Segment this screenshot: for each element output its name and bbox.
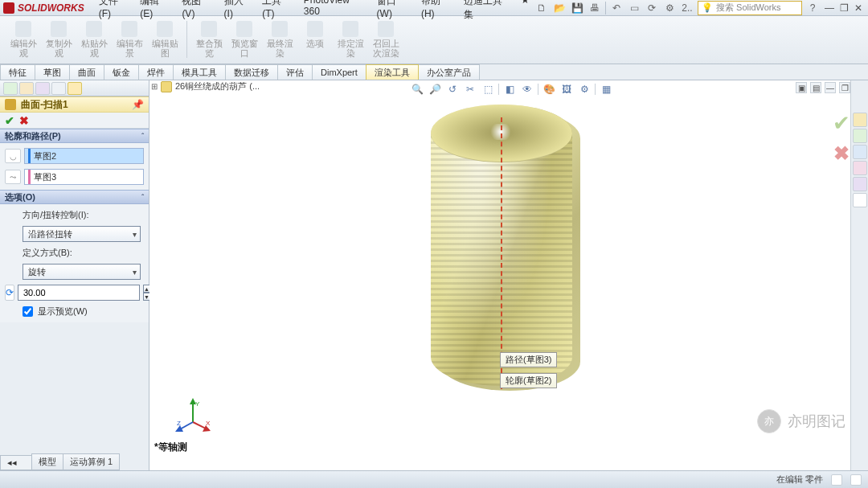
svg-text:X: X bbox=[206, 420, 211, 427]
taskpane-design-library-icon[interactable] bbox=[853, 129, 867, 143]
doc-restore-icon[interactable]: ❐ bbox=[839, 82, 850, 93]
final-render-icon bbox=[272, 21, 288, 37]
taskpane-resources-icon[interactable] bbox=[853, 113, 867, 127]
feature-tree-tab-icon[interactable] bbox=[3, 82, 18, 95]
help-icon[interactable]: ? bbox=[805, 1, 820, 15]
confirm-ok-icon[interactable]: ✔ bbox=[833, 111, 850, 136]
taskpane-view-palette-icon[interactable] bbox=[853, 161, 867, 175]
tab-weldments[interactable]: 焊件 bbox=[138, 64, 174, 80]
save-icon[interactable]: 💾 bbox=[570, 1, 584, 15]
section-view-icon[interactable]: ✂ bbox=[463, 82, 477, 96]
angle-input[interactable] bbox=[18, 285, 140, 301]
tab-render-tools[interactable]: 渲染工具 bbox=[366, 64, 419, 80]
ribbon-options[interactable]: 选项 bbox=[298, 19, 332, 61]
view-settings-icon[interactable]: ⚙ bbox=[577, 82, 592, 96]
render-region-icon[interactable]: ▦ bbox=[599, 82, 613, 96]
menu-star[interactable]: ★ bbox=[516, 0, 534, 23]
pm-ok-button[interactable]: ✔ bbox=[5, 114, 14, 127]
tab-sketch[interactable]: 草图 bbox=[35, 64, 70, 80]
profile-icon: ◡ bbox=[5, 149, 21, 163]
graphics-viewport[interactable]: ⊞ 26铜丝绕成的葫芦 (... 🔍 🔎 ↺ ✂ ⬚ ◧ 👁 🎨 🖼 ⚙ ▦ ▣… bbox=[149, 80, 868, 470]
tab-features[interactable]: 特征 bbox=[0, 64, 35, 80]
show-preview-checkbox[interactable] bbox=[23, 306, 33, 317]
view-orientation-icon[interactable]: ⬚ bbox=[481, 82, 495, 96]
doc-tile-icon[interactable]: ▣ bbox=[796, 82, 807, 93]
undo-icon[interactable]: ↶ bbox=[609, 1, 624, 15]
tab-data-migration[interactable]: 数据迁移 bbox=[225, 64, 278, 80]
ribbon-schedule-render[interactable]: 排定渲染 bbox=[334, 19, 367, 61]
property-manager-tab-icon[interactable] bbox=[19, 82, 34, 95]
window-controls: — ❐ ✕ bbox=[823, 2, 865, 14]
flyout-feature-tree[interactable]: ⊞ 26铜丝绕成的葫芦 (... bbox=[151, 80, 260, 92]
pm-group-options[interactable]: 选项(O) ˆ bbox=[0, 190, 149, 204]
status-unit-icon[interactable] bbox=[831, 474, 842, 486]
ribbon-recall-render[interactable]: 召回上次渲染 bbox=[369, 19, 403, 61]
menu-maidi[interactable]: 迈迪工具集 bbox=[459, 0, 514, 23]
define-by-combo[interactable]: 旋转 bbox=[23, 264, 141, 280]
pm-group-profile-path[interactable]: 轮廓和路径(P) ˆ bbox=[0, 129, 149, 143]
tab-motion-study-1[interactable]: 运动算例 1 bbox=[63, 453, 120, 470]
tab-mold-tools[interactable]: 模具工具 bbox=[173, 64, 226, 80]
path-selection-box[interactable]: 草图3 bbox=[24, 169, 144, 185]
window-restore[interactable]: ❐ bbox=[837, 2, 850, 14]
hide-show-icon[interactable]: 👁 bbox=[520, 82, 534, 96]
show-preview-row[interactable]: 显示预览(W) bbox=[23, 306, 144, 318]
open-icon[interactable]: 📂 bbox=[552, 1, 567, 15]
ribbon-edit-decal[interactable]: 编辑贴图 bbox=[148, 19, 182, 61]
tab-surfaces[interactable]: 曲面 bbox=[69, 64, 104, 80]
property-manager-panel: 曲面-扫描1 📌 ✔ ✖ 轮廓和路径(P) ˆ ◡ 草图2 ⤳ bbox=[0, 80, 149, 470]
menu-help[interactable]: 帮助(H) bbox=[416, 0, 457, 23]
dimxpert-tab-icon[interactable] bbox=[51, 82, 66, 95]
confirm-cancel-icon[interactable]: ✖ bbox=[833, 142, 850, 165]
rebuild-icon[interactable]: ⟳ bbox=[645, 1, 659, 15]
spin-value[interactable]: 2.. bbox=[680, 1, 694, 15]
orientation-triad[interactable]: Y X Z bbox=[175, 398, 211, 433]
zoom-fit-icon[interactable]: 🔍 bbox=[410, 82, 424, 96]
profile-selection-box[interactable]: 草图2 bbox=[24, 148, 144, 164]
search-icon: 💡 bbox=[702, 2, 713, 13]
new-doc-icon[interactable]: 🗋 bbox=[534, 1, 549, 15]
taskpane-custom-props-icon[interactable] bbox=[853, 193, 867, 207]
ribbon-edit-scene[interactable]: 编辑布景 bbox=[113, 19, 146, 61]
window-close[interactable]: ✕ bbox=[852, 2, 865, 14]
ribbon-copy-appearance[interactable]: 复制外观 bbox=[42, 19, 76, 61]
status-custom-icon[interactable] bbox=[850, 474, 862, 486]
window-minimize[interactable]: — bbox=[823, 2, 836, 14]
pin-icon[interactable]: 📌 bbox=[132, 99, 144, 110]
callout-path[interactable]: 路径(草图3) bbox=[500, 352, 557, 367]
configuration-tab-icon[interactable] bbox=[35, 82, 50, 95]
watermark-avatar-icon: 亦 bbox=[757, 409, 781, 433]
confirmation-corner: ✔ ✖ bbox=[833, 111, 850, 165]
twist-control-combo[interactable]: 沿路径扭转 bbox=[23, 226, 141, 242]
select-icon[interactable]: ▭ bbox=[627, 1, 641, 15]
taskpane-file-explorer-icon[interactable] bbox=[853, 145, 867, 159]
apply-scene-icon[interactable]: 🖼 bbox=[559, 82, 574, 96]
doc-cascade-icon[interactable]: ▤ bbox=[810, 82, 821, 93]
options-icon[interactable]: ⚙ bbox=[662, 1, 677, 15]
tab-model[interactable]: 模型 bbox=[31, 453, 63, 470]
edit-appearance-icon[interactable]: 🎨 bbox=[542, 82, 556, 96]
ribbon-edit-appearance[interactable]: 编辑外观 bbox=[6, 19, 40, 61]
search-input[interactable]: 💡 搜索 SolidWorks bbox=[698, 1, 802, 15]
ribbon-final-render[interactable]: 最终渲染 bbox=[263, 19, 297, 61]
ribbon-paste-appearance[interactable]: 粘贴外观 bbox=[77, 19, 111, 61]
previous-view-icon[interactable]: ↺ bbox=[445, 82, 460, 96]
tab-sheetmetal[interactable]: 钣金 bbox=[104, 64, 139, 80]
tab-scroll-left[interactable]: ◂◂ bbox=[0, 455, 32, 470]
zoom-area-icon[interactable]: 🔎 bbox=[428, 82, 442, 96]
ribbon-preview-window[interactable]: 预览窗口 bbox=[227, 19, 261, 61]
tab-evaluate[interactable]: 评估 bbox=[277, 64, 313, 80]
tab-office-products[interactable]: 办公室产品 bbox=[418, 64, 480, 80]
view-orientation-label: *等轴测 bbox=[154, 441, 187, 454]
tree-expand-icon[interactable]: ⊞ bbox=[151, 82, 158, 91]
ribbon-integrated-preview[interactable]: 整合预览 bbox=[192, 19, 226, 61]
doc-name: 26铜丝绕成的葫芦 (... bbox=[175, 80, 260, 92]
render-tab-icon[interactable] bbox=[68, 82, 82, 95]
tab-dimxpert[interactable]: DimXpert bbox=[312, 64, 366, 80]
callout-profile[interactable]: 轮廓(草图2) bbox=[500, 373, 557, 388]
taskpane-appearances-icon[interactable] bbox=[853, 177, 867, 191]
print-icon[interactable]: 🖶 bbox=[588, 1, 602, 15]
doc-minimize-icon[interactable]: — bbox=[825, 82, 836, 93]
pm-cancel-button[interactable]: ✖ bbox=[19, 114, 29, 127]
display-style-icon[interactable]: ◧ bbox=[502, 82, 517, 96]
